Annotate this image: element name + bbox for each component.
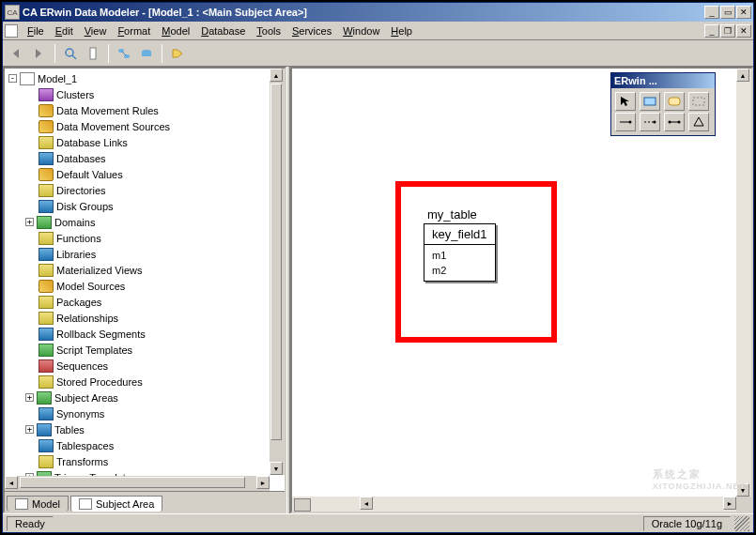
expand-toggle[interactable]: + bbox=[25, 393, 34, 402]
canvas-scroll-right[interactable]: ► bbox=[723, 497, 736, 510]
go-button[interactable] bbox=[83, 43, 103, 64]
tree-item[interactable]: Stored Procedures bbox=[8, 374, 283, 390]
tree-item[interactable]: Clusters bbox=[8, 86, 283, 102]
scroll-right-button[interactable]: ► bbox=[256, 476, 270, 489]
menu-file[interactable]: File bbox=[22, 23, 50, 38]
menu-help[interactable]: Help bbox=[385, 23, 418, 38]
mdi-minimize-button[interactable]: _ bbox=[704, 24, 719, 38]
toolbox-title[interactable]: ERwin ... bbox=[611, 73, 715, 88]
tree-item[interactable]: Rollback Segments bbox=[8, 326, 283, 342]
diagram-canvas[interactable]: my_table key_field1 m1m2 ERwin ... bbox=[290, 67, 753, 513]
help-button[interactable] bbox=[167, 43, 188, 64]
mdi-restore-button[interactable]: ❐ bbox=[720, 24, 735, 38]
tree-item-label: Default Values bbox=[56, 169, 123, 180]
db-connect-button[interactable] bbox=[114, 43, 134, 64]
tree-item[interactable]: Synonyms bbox=[8, 405, 283, 421]
tree-item[interactable]: Tablespaces bbox=[8, 437, 283, 453]
tree-item-label: Stored Procedures bbox=[56, 376, 143, 388]
titlebar[interactable]: CA CA ERwin Data Modeler - [Model_1 : <M… bbox=[3, 3, 753, 22]
tree-item[interactable]: Databases bbox=[8, 150, 283, 166]
tool-nonidentifying-rel[interactable] bbox=[640, 113, 660, 131]
tree-item-label: Database Links bbox=[56, 137, 128, 148]
scroll-thumb[interactable] bbox=[270, 84, 282, 440]
scroll-left-button[interactable]: ◄ bbox=[5, 476, 18, 489]
canvas-scroll-up[interactable]: ▲ bbox=[736, 69, 749, 82]
tool-select[interactable] bbox=[615, 92, 636, 111]
tree-item-icon bbox=[37, 391, 52, 405]
tree-item-icon bbox=[37, 216, 52, 229]
tool-many-many-rel[interactable] bbox=[664, 113, 685, 131]
scroll-up-button[interactable]: ▲ bbox=[270, 69, 283, 82]
tree-item-label: Data Movement Sources bbox=[56, 121, 170, 132]
nav-back-button[interactable] bbox=[7, 43, 27, 64]
menu-tools[interactable]: Tools bbox=[251, 23, 286, 38]
mdi-close-button[interactable]: ✕ bbox=[736, 24, 751, 38]
tree-item[interactable]: Functions bbox=[8, 230, 283, 246]
model-tree[interactable]: -Model_1ClustersData Movement RulesData … bbox=[5, 69, 285, 491]
expand-toggle[interactable]: + bbox=[25, 425, 34, 434]
tree-item[interactable]: Libraries bbox=[8, 246, 283, 262]
resize-grip[interactable] bbox=[734, 516, 749, 531]
tree-item[interactable]: Directories bbox=[8, 182, 283, 198]
tree-vscroll[interactable]: ▲ ▼ bbox=[270, 69, 285, 475]
tree-item[interactable]: Data Movement Rules bbox=[8, 102, 283, 118]
tree-item[interactable]: Disk Groups bbox=[8, 198, 283, 214]
scroll-thumb-h[interactable] bbox=[20, 477, 245, 488]
find-button[interactable] bbox=[60, 43, 81, 64]
tree-item[interactable]: +Tables bbox=[8, 421, 283, 437]
tree-item[interactable]: Sequences bbox=[8, 358, 283, 374]
tool-label[interactable] bbox=[688, 92, 709, 111]
tree-item[interactable]: +Subject Areas bbox=[8, 390, 283, 405]
tree-item[interactable]: Transforms bbox=[8, 453, 283, 469]
maximize-button[interactable]: ▭ bbox=[720, 6, 735, 19]
tool-identifying-rel[interactable] bbox=[615, 113, 636, 131]
tree-item-icon bbox=[39, 232, 54, 245]
tree-item[interactable]: Data Movement Sources bbox=[8, 118, 283, 134]
expand-toggle[interactable]: - bbox=[8, 74, 17, 83]
tab-subject-area[interactable]: Subject Area bbox=[70, 496, 162, 512]
close-button[interactable]: ✕ bbox=[736, 6, 751, 19]
canvas-tab[interactable] bbox=[294, 498, 311, 512]
tree-item[interactable]: Script Templates bbox=[8, 342, 283, 358]
menu-model[interactable]: Model bbox=[156, 23, 195, 38]
expand-toggle[interactable]: + bbox=[25, 218, 34, 226]
tree-item-label: Directories bbox=[56, 185, 106, 196]
tree-item[interactable]: Packages bbox=[8, 294, 283, 310]
menu-window[interactable]: Window bbox=[337, 23, 385, 38]
tool-subtype[interactable] bbox=[688, 113, 709, 131]
tree-item[interactable]: Relationships bbox=[8, 310, 283, 326]
tree-root-label[interactable]: Model_1 bbox=[38, 73, 77, 84]
scroll-down-button[interactable]: ▼ bbox=[270, 462, 283, 475]
db-sync-button[interactable] bbox=[136, 43, 157, 64]
tree-item[interactable]: Materialized Views bbox=[8, 262, 283, 278]
minimize-button[interactable]: _ bbox=[704, 6, 719, 19]
tree-item[interactable]: Default Values bbox=[8, 166, 283, 182]
menu-database[interactable]: Database bbox=[195, 23, 251, 38]
menu-view[interactable]: View bbox=[79, 23, 113, 38]
tab-model[interactable]: Model bbox=[7, 496, 69, 512]
entity-attribute[interactable]: m1 bbox=[432, 248, 487, 263]
tree-hscroll[interactable]: ◄ ► bbox=[5, 476, 270, 491]
menu-format[interactable]: Format bbox=[112, 23, 156, 38]
tree-item-label: Relationships bbox=[56, 313, 118, 324]
menu-services[interactable]: Services bbox=[286, 23, 337, 38]
nav-forward-button[interactable] bbox=[29, 43, 50, 64]
tree-item-icon bbox=[39, 280, 54, 293]
tool-entity[interactable] bbox=[640, 92, 660, 111]
erwin-toolbox[interactable]: ERwin ... bbox=[610, 72, 716, 136]
tree-item[interactable]: Model Sources bbox=[8, 278, 283, 294]
canvas-hscroll[interactable]: ◄ ► bbox=[292, 497, 736, 512]
tree-item-label: Sequences bbox=[56, 360, 108, 372]
entity-name[interactable]: my_table bbox=[424, 207, 496, 222]
tree-item-label: Synonyms bbox=[56, 408, 104, 420]
entity-my-table[interactable]: my_table key_field1 m1m2 bbox=[424, 207, 496, 282]
tool-view[interactable] bbox=[664, 92, 685, 111]
canvas-scroll-down[interactable]: ▼ bbox=[736, 483, 749, 497]
tree-item[interactable]: Database Links bbox=[8, 134, 283, 150]
entity-key-field[interactable]: key_field1 bbox=[424, 224, 495, 245]
canvas-vscroll[interactable]: ▲ ▼ bbox=[736, 69, 751, 497]
tree-item[interactable]: +Domains bbox=[8, 214, 283, 230]
entity-attribute[interactable]: m2 bbox=[432, 263, 487, 278]
menu-edit[interactable]: Edit bbox=[50, 23, 79, 38]
canvas-scroll-left[interactable]: ◄ bbox=[360, 497, 373, 510]
